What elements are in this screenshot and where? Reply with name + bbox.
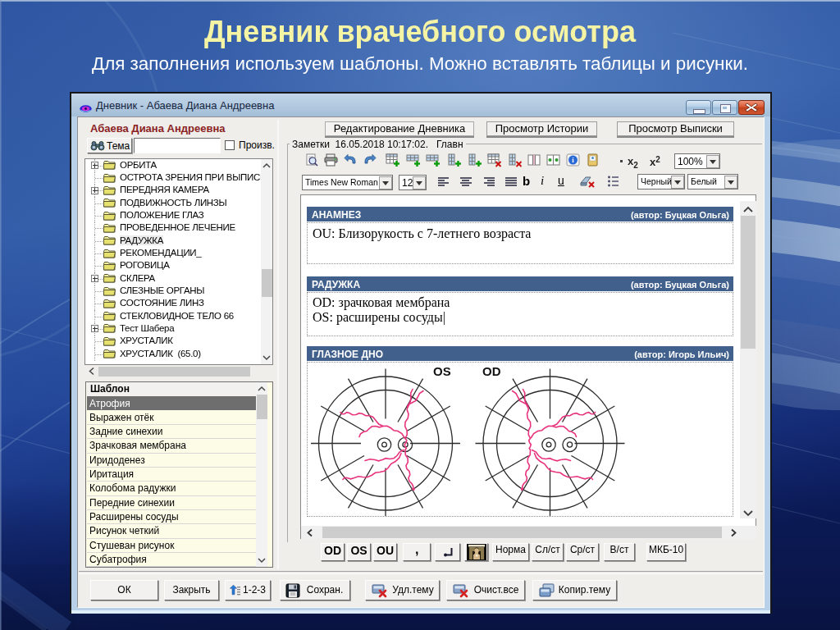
svg-text:OD: OD	[482, 364, 501, 378]
svg-text:OS: OS	[433, 364, 451, 378]
